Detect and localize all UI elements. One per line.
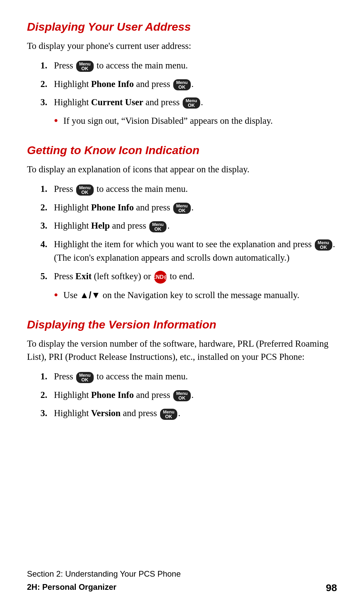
step-3-3: 3. Highlight Version and press MenuOK. [40, 406, 337, 420]
page-footer: Section 2: Understanding Your PCS Phone … [27, 568, 337, 594]
section-intro-3: To display the version number of the sof… [27, 337, 337, 364]
section-intro-2: To display an explanation of icons that … [27, 163, 337, 176]
menu-ok-btn: MenuOK [149, 221, 167, 232]
step-text: Press Exit (left softkey) or END◎ to end… [54, 269, 337, 284]
steps-list-2: 1. Press MenuOK to access the main menu.… [40, 182, 337, 283]
bullet-item: Use ▲/▼ on the Navigation key to scroll … [54, 288, 337, 302]
step-text: Press MenuOK to access the main menu. [54, 59, 337, 73]
menu-ok-btn: MenuOK [315, 239, 332, 251]
step-num: 3. [40, 219, 51, 233]
section-title-1: Displaying Your User Address [27, 20, 337, 33]
step-num: 2. [40, 388, 51, 402]
footer-subsection: 2H: Personal Organizer [27, 581, 181, 594]
step-num: 2. [40, 77, 51, 91]
steps-list-3: 1. Press MenuOK to access the main menu.… [40, 370, 337, 420]
step-text: Highlight Phone Info and press MenuOK. [54, 388, 337, 402]
step-num: 4. [40, 237, 51, 251]
section-title-3: Displaying the Version Information [27, 318, 337, 331]
menu-ok-btn: MenuOK [76, 372, 94, 383]
step-text: Highlight Version and press MenuOK. [54, 406, 337, 420]
bullet-list-2: Use ▲/▼ on the Navigation key to scroll … [54, 288, 337, 302]
step-text: Highlight Phone Info and press MenuOK. [54, 77, 337, 91]
section-version-information: Displaying the Version Information To di… [27, 318, 337, 420]
footer-section-label: Section 2: Understanding Your PCS Phone [27, 568, 181, 580]
step-2-2: 2. Highlight Phone Info and press MenuOK… [40, 201, 337, 214]
menu-ok-btn: MenuOK [160, 409, 178, 420]
step-3-2: 2. Highlight Phone Info and press MenuOK… [40, 388, 337, 402]
step-2-5: 5. Press Exit (left softkey) or END◎ to … [40, 269, 337, 284]
step-text: Highlight Help and press MenuOK. [54, 219, 337, 233]
menu-ok-btn: MenuOK [173, 203, 191, 214]
bullet-item: If you sign out, “Vision Disabled” appea… [54, 114, 337, 128]
step-1-2: 2. Highlight Phone Info and press MenuOK… [40, 77, 337, 91]
step-num: 3. [40, 95, 51, 109]
menu-ok-btn: MenuOK [173, 390, 191, 401]
section-displaying-user-address: Displaying Your User Address To display … [27, 20, 337, 127]
menu-ok-btn: MenuOK [173, 79, 191, 90]
menu-ok-btn: MenuOK [76, 61, 94, 72]
step-num: 1. [40, 59, 51, 73]
step-2-3: 3. Highlight Help and press MenuOK. [40, 219, 337, 233]
step-text: Highlight the item for which you want to… [54, 237, 337, 265]
bullet-text: If you sign out, “Vision Disabled” appea… [63, 114, 273, 128]
step-1-1: 1. Press MenuOK to access the main menu. [40, 59, 337, 73]
step-num: 1. [40, 182, 51, 196]
footer-page-number: 98 [326, 582, 337, 594]
step-num: 5. [40, 269, 51, 283]
step-1-3: 3. Highlight Current User and press Menu… [40, 95, 337, 109]
page-content: Displaying Your User Address To display … [0, 0, 364, 477]
step-text: Press MenuOK to access the main menu. [54, 370, 337, 383]
step-num: 3. [40, 406, 51, 420]
menu-ok-btn: MenuOK [76, 184, 94, 196]
step-num: 1. [40, 370, 51, 383]
step-text: Highlight Phone Info and press MenuOK. [54, 201, 337, 214]
step-3-1: 1. Press MenuOK to access the main menu. [40, 370, 337, 383]
section-intro-1: To display your phone's current user add… [27, 39, 337, 53]
footer-left: Section 2: Understanding Your PCS Phone … [27, 568, 181, 594]
step-2-4: 4. Highlight the item for which you want… [40, 237, 337, 265]
end-btn: END◎ [154, 271, 167, 284]
section-icon-indication: Getting to Know Icon Indication To displ… [27, 144, 337, 302]
bullet-list-1: If you sign out, “Vision Disabled” appea… [54, 114, 337, 128]
section-title-2: Getting to Know Icon Indication [27, 144, 337, 157]
step-2-1: 1. Press MenuOK to access the main menu. [40, 182, 337, 196]
step-text: Press MenuOK to access the main menu. [54, 182, 337, 196]
steps-list-1: 1. Press MenuOK to access the main menu.… [40, 59, 337, 109]
step-text: Highlight Current User and press MenuOK. [54, 95, 337, 109]
step-num: 2. [40, 201, 51, 214]
menu-ok-btn: MenuOK [183, 97, 200, 109]
bullet-text: Use ▲/▼ on the Navigation key to scroll … [63, 288, 299, 302]
